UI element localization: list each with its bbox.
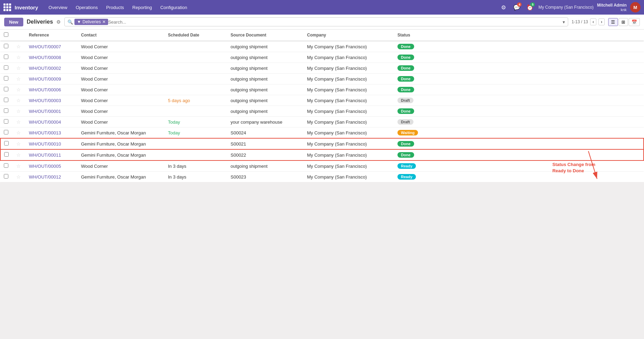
table-row[interactable]: ☆ WH/OUT/00007 Wood Corner outgoing ship…: [0, 41, 644, 52]
row-checkbox[interactable]: [4, 65, 8, 70]
new-button[interactable]: New: [4, 18, 23, 26]
table-row[interactable]: ☆ WH/OUT/00006 Wood Corner outgoing ship…: [0, 84, 644, 95]
th-reference[interactable]: Reference: [25, 30, 78, 41]
table-row[interactable]: ☆ WH/OUT/00011 Gemini Furniture, Oscar M…: [0, 149, 644, 160]
row-reference[interactable]: WH/OUT/00006: [25, 84, 78, 95]
search-dropdown-icon[interactable]: ▾: [563, 19, 565, 25]
reference-link[interactable]: WH/OUT/00003: [29, 98, 61, 103]
favorite-icon[interactable]: ☆: [16, 65, 21, 71]
row-checkbox[interactable]: [4, 98, 8, 102]
menu-reporting[interactable]: Reporting: [129, 3, 155, 11]
favorite-icon[interactable]: ☆: [16, 152, 21, 158]
th-company[interactable]: Company: [304, 30, 394, 41]
row-checkbox[interactable]: [4, 141, 9, 146]
row-reference[interactable]: WH/OUT/00001: [25, 106, 78, 117]
reference-link[interactable]: WH/OUT/00011: [29, 152, 61, 158]
th-status[interactable]: Status: [394, 30, 633, 41]
filter-close-icon[interactable]: ✕: [102, 19, 106, 24]
list-view-button[interactable]: ☰: [608, 18, 618, 26]
discuss-icon[interactable]: 💬 4: [512, 2, 522, 12]
company-name: My Company (San Francisco): [538, 5, 594, 10]
table-row[interactable]: ☆ WH/OUT/00005 Wood Corner In 3 days out…: [0, 160, 644, 172]
settings-icon[interactable]: ⚙: [499, 2, 508, 12]
favorite-icon[interactable]: ☆: [16, 119, 21, 125]
row-checkbox[interactable]: [4, 163, 8, 168]
reference-link[interactable]: WH/OUT/00002: [29, 66, 61, 71]
row-checkbox[interactable]: [4, 152, 9, 157]
reference-link[interactable]: WH/OUT/00006: [29, 87, 61, 92]
clock-icon[interactable]: ⏰ 5: [525, 2, 535, 12]
status-badge: Ready: [397, 163, 416, 169]
select-all-checkbox[interactable]: [4, 32, 8, 37]
row-checkbox[interactable]: [4, 44, 8, 48]
row-reference[interactable]: WH/OUT/00004: [25, 117, 78, 127]
table-row[interactable]: ☆ WH/OUT/00003 Wood Corner 5 days ago ou…: [0, 95, 644, 106]
row-checkbox[interactable]: [4, 130, 8, 134]
table-row[interactable]: ☆ WH/OUT/00002 Wood Corner outgoing ship…: [0, 63, 644, 74]
table-row[interactable]: ☆ WH/OUT/00009 Wood Corner outgoing ship…: [0, 74, 644, 84]
app-brand[interactable]: Inventory: [15, 5, 38, 10]
kanban-view-button[interactable]: ⊞: [619, 18, 628, 26]
favorite-icon[interactable]: ☆: [16, 87, 21, 92]
prev-page-button[interactable]: ‹: [590, 18, 596, 25]
th-source-document[interactable]: Source Document: [227, 30, 304, 41]
search-input[interactable]: [108, 19, 561, 25]
main-content: Reference Contact Scheduled Date Source …: [0, 30, 644, 182]
reference-link[interactable]: WH/OUT/00012: [29, 174, 61, 180]
row-reference[interactable]: WH/OUT/00002: [25, 63, 78, 74]
reference-link[interactable]: WH/OUT/00001: [29, 109, 61, 114]
row-reference[interactable]: WH/OUT/00013: [25, 127, 78, 139]
row-reference[interactable]: WH/OUT/00012: [25, 172, 78, 182]
row-contact: Wood Corner: [78, 41, 164, 52]
next-page-button[interactable]: ›: [598, 18, 605, 25]
th-checkbox: [0, 30, 13, 41]
menu-configuration[interactable]: Configuration: [157, 3, 191, 11]
favorite-icon[interactable]: ☆: [16, 98, 21, 103]
th-contact[interactable]: Contact: [78, 30, 164, 41]
reference-link[interactable]: WH/OUT/00013: [29, 130, 61, 135]
favorite-icon[interactable]: ☆: [16, 55, 21, 60]
reference-link[interactable]: WH/OUT/00005: [29, 164, 61, 169]
reference-link[interactable]: WH/OUT/00007: [29, 44, 61, 49]
menu-overview[interactable]: Overview: [45, 3, 71, 11]
reference-link[interactable]: WH/OUT/00010: [29, 141, 61, 147]
table-row[interactable]: ☆ WH/OUT/00001 Wood Corner outgoing ship…: [0, 106, 644, 117]
favorite-icon[interactable]: ☆: [16, 141, 21, 147]
row-checkbox[interactable]: [4, 119, 8, 124]
table-row[interactable]: ☆ WH/OUT/00012 Gemini Furniture, Oscar M…: [0, 172, 644, 182]
table-row[interactable]: ☆ WH/OUT/00004 Wood Corner Today your co…: [0, 117, 644, 127]
menu-operations[interactable]: Operations: [72, 3, 102, 11]
row-reference[interactable]: WH/OUT/00010: [25, 138, 78, 149]
row-scheduled-date: [164, 149, 227, 160]
favorite-icon[interactable]: ☆: [16, 44, 21, 49]
favorite-icon[interactable]: ☆: [16, 174, 21, 180]
menu-products[interactable]: Products: [103, 3, 127, 11]
reference-link[interactable]: WH/OUT/00008: [29, 55, 61, 60]
favorite-icon[interactable]: ☆: [16, 76, 21, 82]
row-checkbox[interactable]: [4, 108, 8, 113]
row-reference[interactable]: WH/OUT/00003: [25, 95, 78, 106]
th-scheduled-date[interactable]: Scheduled Date: [164, 30, 227, 41]
row-reference[interactable]: WH/OUT/00005: [25, 160, 78, 172]
row-reference[interactable]: WH/OUT/00011: [25, 149, 78, 160]
apps-icon[interactable]: [3, 3, 11, 11]
row-checkbox[interactable]: [4, 87, 8, 91]
avatar[interactable]: M: [630, 2, 641, 13]
favorite-icon[interactable]: ☆: [16, 130, 21, 135]
favorite-icon[interactable]: ☆: [16, 108, 21, 114]
row-reference[interactable]: WH/OUT/00009: [25, 74, 78, 84]
gear-icon[interactable]: ⚙: [56, 19, 61, 25]
calendar-view-button[interactable]: 📅: [629, 18, 640, 26]
row-reference[interactable]: WH/OUT/00008: [25, 52, 78, 63]
row-contact: Wood Corner: [78, 117, 164, 127]
row-checkbox[interactable]: [4, 55, 8, 59]
row-checkbox[interactable]: [4, 174, 8, 179]
table-row[interactable]: ☆ WH/OUT/00010 Gemini Furniture, Oscar M…: [0, 138, 644, 149]
row-checkbox[interactable]: [4, 76, 8, 81]
reference-link[interactable]: WH/OUT/00009: [29, 76, 61, 82]
favorite-icon[interactable]: ☆: [16, 163, 21, 169]
table-row[interactable]: ☆ WH/OUT/00013 Gemini Furniture, Oscar M…: [0, 127, 644, 139]
reference-link[interactable]: WH/OUT/00004: [29, 119, 61, 125]
row-reference[interactable]: WH/OUT/00007: [25, 41, 78, 52]
table-row[interactable]: ☆ WH/OUT/00008 Wood Corner outgoing ship…: [0, 52, 644, 63]
